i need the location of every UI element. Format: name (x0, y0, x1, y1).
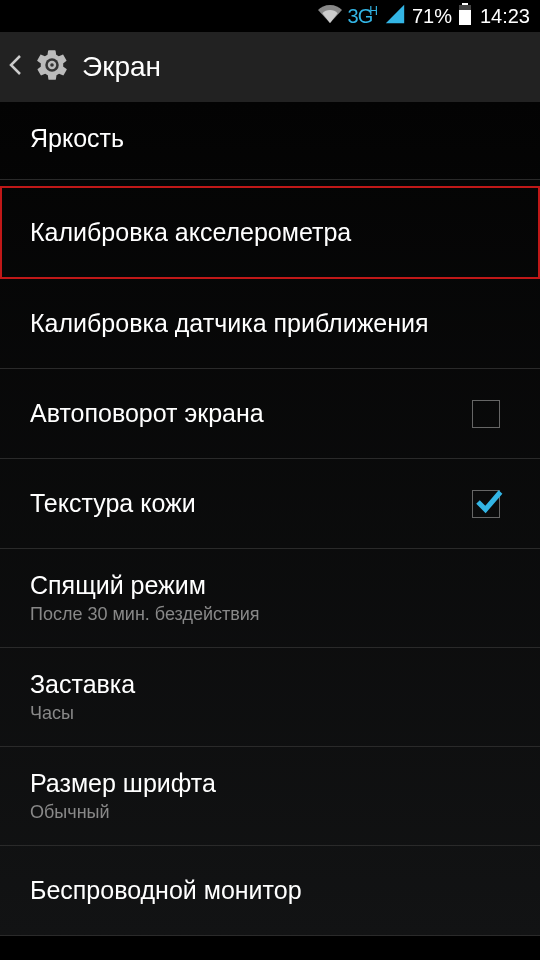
item-title: Калибровка датчика приближения (30, 309, 429, 338)
action-bar[interactable]: Экран (0, 32, 540, 102)
list-item-proximity-calibration[interactable]: Калибровка датчика приближения (0, 279, 540, 369)
item-title: Заставка (30, 670, 135, 699)
list-item-wireless-display[interactable]: Беспроводной монитор (0, 846, 540, 936)
item-title: Автоповорот экрана (30, 399, 264, 428)
clock: 14:23 (480, 5, 530, 28)
list-item-daydream[interactable]: Заставка Часы (0, 648, 540, 747)
item-subtitle: После 30 мин. бездействия (30, 604, 260, 625)
battery-icon (458, 3, 472, 30)
item-title: Беспроводной монитор (30, 876, 302, 905)
item-title: Спящий режим (30, 571, 260, 600)
item-subtitle: Часы (30, 703, 135, 724)
item-title: Текстура кожи (30, 489, 196, 518)
back-icon[interactable] (8, 52, 22, 83)
signal-icon (384, 3, 406, 30)
list-item-skin-texture[interactable]: Текстура кожи (0, 459, 540, 549)
settings-list: Яркость Калибровка акселерометра Калибро… (0, 102, 540, 936)
item-title: Размер шрифта (30, 769, 216, 798)
list-item-accelerometer-calibration[interactable]: Калибровка акселерометра (0, 186, 540, 279)
page-title: Экран (82, 51, 161, 83)
autorotate-checkbox[interactable] (472, 400, 500, 428)
network-label: 3GH (348, 4, 378, 28)
list-item-brightness[interactable]: Яркость (0, 102, 540, 180)
item-title: Яркость (30, 124, 124, 153)
status-bar: 3GH 71% 14:23 (0, 0, 540, 32)
gear-icon (34, 47, 70, 87)
battery-percentage: 71% (412, 5, 452, 28)
network-suffix: H (369, 4, 378, 18)
item-title: Калибровка акселерометра (30, 218, 351, 247)
skin-texture-checkbox[interactable] (472, 490, 500, 518)
svg-rect-0 (462, 3, 468, 5)
svg-rect-2 (459, 10, 471, 25)
list-item-autorotate[interactable]: Автоповорот экрана (0, 369, 540, 459)
item-subtitle: Обычный (30, 802, 216, 823)
list-item-sleep[interactable]: Спящий режим После 30 мин. бездействия (0, 549, 540, 648)
list-item-font-size[interactable]: Размер шрифта Обычный (0, 747, 540, 846)
wifi-icon (318, 2, 342, 31)
svg-point-5 (50, 63, 54, 67)
